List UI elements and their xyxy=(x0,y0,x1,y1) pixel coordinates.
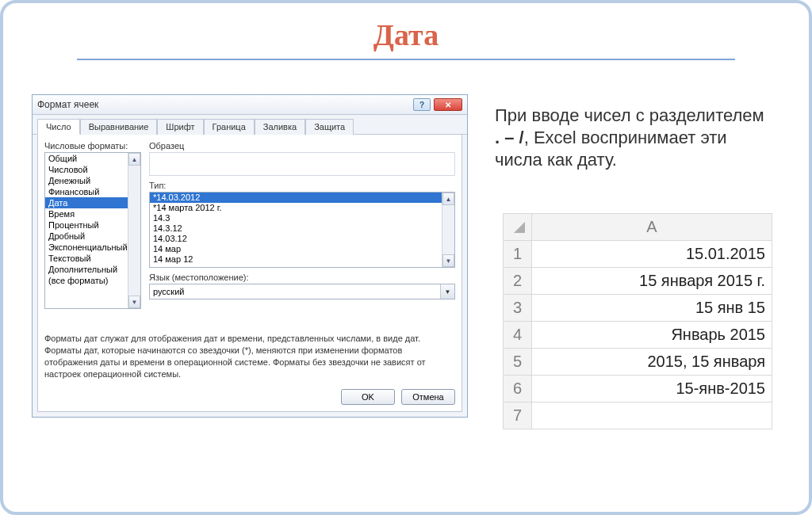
formats-label: Числовые форматы: xyxy=(44,141,141,151)
type-item[interactable]: 14.03.12 xyxy=(150,234,454,244)
type-listbox[interactable]: *14.03.2012 *14 марта 2012 г. 14.3 14.3.… xyxy=(149,192,455,268)
slide: Дата Формат ячеек ? ✕ Число Выравнивание… xyxy=(0,0,812,515)
list-item[interactable]: Числовой xyxy=(45,164,140,175)
expl-separators: . – / xyxy=(495,128,524,147)
dialog-buttons: OK Отмена xyxy=(44,389,455,405)
formats-scrollbar[interactable]: ▲ ▼ xyxy=(128,153,140,308)
list-item[interactable]: (все форматы) xyxy=(45,275,140,286)
type-label: Тип: xyxy=(149,181,455,190)
dialog-titlebar[interactable]: Формат ячеек ? ✕ xyxy=(33,95,467,115)
type-item-selected[interactable]: *14.03.2012 xyxy=(150,193,454,203)
cell[interactable]: 15-янв-2015 xyxy=(532,376,772,402)
locale-combo[interactable]: русский ▼ xyxy=(149,284,455,299)
svg-marker-0 xyxy=(514,222,525,233)
title-divider xyxy=(77,59,735,60)
tab-fill[interactable]: Заливка xyxy=(255,119,305,135)
list-item[interactable]: Время xyxy=(45,208,140,219)
sample-label: Образец xyxy=(149,141,455,151)
tab-number[interactable]: Число xyxy=(37,119,80,135)
type-item[interactable]: 14.3 xyxy=(150,213,454,223)
help-button[interactable]: ? xyxy=(413,98,431,111)
list-item[interactable]: Экспоненциальный xyxy=(45,242,140,253)
expl-part1: При вводе чисел с разделителем xyxy=(495,105,764,125)
column-header-A[interactable]: A xyxy=(532,214,772,241)
tab-protection[interactable]: Защита xyxy=(305,119,354,135)
format-cells-dialog: Формат ячеек ? ✕ Число Выравнивание Шриф… xyxy=(32,94,468,418)
list-item[interactable]: Дробный xyxy=(45,231,140,242)
format-hint: Форматы дат служат для отображения дат и… xyxy=(44,333,455,380)
tab-bar: Число Выравнивание Шрифт Граница Заливка… xyxy=(33,115,467,135)
type-item[interactable]: 14 мар 12 xyxy=(150,254,454,265)
scroll-up-icon[interactable]: ▲ xyxy=(442,193,454,205)
cell[interactable]: 15 янв 15 xyxy=(532,295,772,322)
locale-value: русский xyxy=(153,287,184,296)
formats-listbox[interactable]: Общий Числовой Денежный Финансовый Дата … xyxy=(44,152,141,309)
excel-table: A 115.01.2015 215 января 2015 г. 315 янв… xyxy=(503,213,772,429)
row-header[interactable]: 5 xyxy=(504,349,532,376)
tab-border[interactable]: Граница xyxy=(204,119,255,135)
list-item[interactable]: Финансовый xyxy=(45,186,140,197)
scroll-up-icon[interactable]: ▲ xyxy=(128,153,140,166)
slide-title: Дата xyxy=(3,17,809,52)
list-item[interactable]: Общий xyxy=(45,153,140,164)
dialog-title: Формат ячеек xyxy=(37,99,410,110)
tab-font[interactable]: Шрифт xyxy=(157,119,203,135)
cell[interactable] xyxy=(532,402,772,429)
tab-alignment[interactable]: Выравнивание xyxy=(80,119,158,135)
dropdown-icon[interactable]: ▼ xyxy=(440,284,454,299)
dialog-body: Числовые форматы: Общий Числовой Денежны… xyxy=(37,135,462,412)
row-header[interactable]: 3 xyxy=(504,295,532,322)
type-scrollbar[interactable]: ▲ ▼ xyxy=(442,193,454,267)
cell[interactable]: 15 января 2015 г. xyxy=(532,268,772,295)
cell[interactable]: 2015, 15 января xyxy=(532,349,772,376)
cell[interactable]: Январь 2015 xyxy=(532,322,772,349)
select-all-corner[interactable] xyxy=(504,214,532,241)
type-item[interactable]: 14 мар xyxy=(150,244,454,254)
row-header[interactable]: 4 xyxy=(504,322,532,349)
list-item[interactable]: Денежный xyxy=(45,175,140,186)
type-item[interactable]: 14.3.12 xyxy=(150,223,454,234)
scroll-down-icon[interactable]: ▼ xyxy=(128,296,140,308)
close-button[interactable]: ✕ xyxy=(434,98,462,111)
locale-label: Язык (местоположение): xyxy=(149,273,455,282)
cell[interactable]: 15.01.2015 xyxy=(532,241,772,268)
expl-part2: , Excel воспринимает эти числа как дату. xyxy=(495,128,727,170)
type-item[interactable]: *14 марта 2012 г. xyxy=(150,203,454,213)
row-header[interactable]: 1 xyxy=(504,241,532,268)
cancel-button[interactable]: Отмена xyxy=(401,389,455,405)
list-item-selected[interactable]: Дата xyxy=(45,197,140,208)
row-header[interactable]: 7 xyxy=(504,402,532,429)
row-header[interactable]: 2 xyxy=(504,268,532,295)
list-item[interactable]: Процентный xyxy=(45,219,140,231)
scroll-down-icon[interactable]: ▼ xyxy=(442,254,454,267)
row-header[interactable]: 6 xyxy=(504,376,532,402)
sample-box xyxy=(149,152,455,176)
list-item[interactable]: Дополнительный xyxy=(45,264,140,275)
ok-button[interactable]: OK xyxy=(341,389,395,405)
explanation-text: При вводе чисел с разделителем . – /, Ex… xyxy=(495,105,772,171)
list-item[interactable]: Текстовый xyxy=(45,253,140,264)
